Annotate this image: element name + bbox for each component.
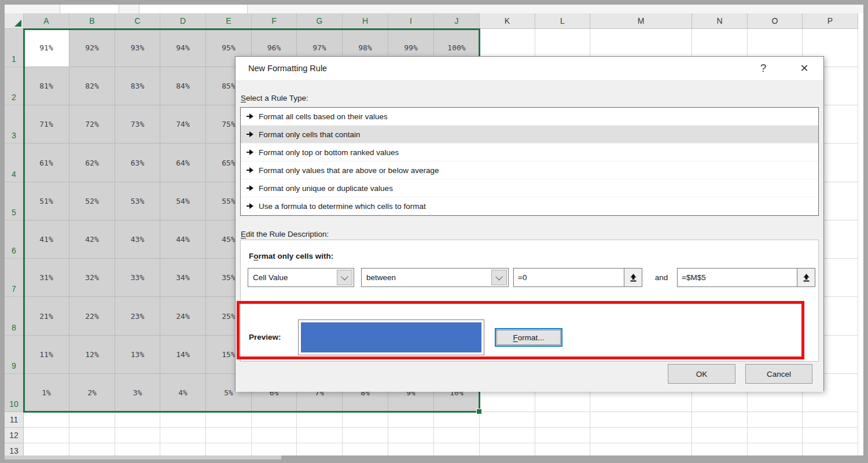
row-header-6[interactable]: 6 <box>5 221 24 259</box>
scrollbar-sliver[interactable] <box>5 455 281 460</box>
cell-N12[interactable] <box>692 428 748 443</box>
column-header-I[interactable]: I <box>388 13 434 29</box>
cell-D6[interactable]: 44% <box>160 221 206 259</box>
chevron-down-icon[interactable] <box>337 270 352 285</box>
column-header-A[interactable]: A <box>24 13 69 29</box>
column-header-J[interactable]: J <box>434 13 480 29</box>
row-header-4[interactable]: 4 <box>5 144 24 182</box>
cell-A2[interactable]: 81% <box>24 67 69 105</box>
row-header-9[interactable]: 9 <box>5 336 24 374</box>
column-header-L[interactable]: L <box>535 13 590 29</box>
cell-B9[interactable]: 12% <box>69 336 115 374</box>
cell-E11[interactable] <box>206 412 252 428</box>
cell-A1[interactable]: 91% <box>24 29 69 67</box>
cell-L12[interactable] <box>535 428 590 443</box>
cell-C4[interactable]: 63% <box>115 144 160 182</box>
rule-type-item-1[interactable]: Format only cells that contain <box>241 126 818 144</box>
cell-B2[interactable]: 82% <box>69 67 115 105</box>
rule-type-item-4[interactable]: Format only unique or duplicate values <box>241 179 818 197</box>
cell-C7[interactable]: 33% <box>115 259 160 297</box>
column-header-H[interactable]: H <box>343 13 388 29</box>
cell-A5[interactable]: 51% <box>24 182 69 221</box>
cell-C10[interactable]: 3% <box>115 374 160 412</box>
cell-C9[interactable]: 13% <box>115 336 160 374</box>
cell-A8[interactable]: 21% <box>24 297 69 336</box>
cell-O12[interactable] <box>748 428 803 443</box>
cell-H13[interactable] <box>343 443 388 455</box>
cell-A10[interactable]: 1% <box>24 374 69 412</box>
cell-C6[interactable]: 43% <box>115 221 160 259</box>
cell-B6[interactable]: 42% <box>69 221 115 259</box>
cell-M12[interactable] <box>590 428 692 443</box>
cell-J11[interactable] <box>434 412 480 428</box>
cell-D12[interactable] <box>160 428 206 443</box>
cell-A12[interactable] <box>24 428 69 443</box>
cell-C1[interactable]: 93% <box>115 29 160 67</box>
column-header-G[interactable]: G <box>297 13 343 29</box>
cell-D4[interactable]: 64% <box>160 144 206 182</box>
cell-F13[interactable] <box>252 443 297 455</box>
cell-I13[interactable] <box>388 443 434 455</box>
cancel-button[interactable]: Cancel <box>745 364 812 384</box>
column-header-M[interactable]: M <box>590 13 692 29</box>
ok-button[interactable]: OK <box>668 364 735 384</box>
cell-C5[interactable]: 53% <box>115 182 160 221</box>
cell-J13[interactable] <box>434 443 480 455</box>
cell-B1[interactable]: 92% <box>69 29 115 67</box>
collapse-dialog-icon[interactable] <box>797 269 815 286</box>
cell-C3[interactable]: 73% <box>115 105 160 144</box>
column-header-C[interactable]: C <box>115 13 160 29</box>
cell-D1[interactable]: 94% <box>160 29 206 67</box>
cell-C13[interactable] <box>115 443 160 455</box>
rule-type-item-0[interactable]: Format all cells based on their values <box>241 108 818 126</box>
cell-L11[interactable] <box>535 412 590 428</box>
cell-P13[interactable] <box>803 443 858 455</box>
cell-A13[interactable] <box>24 443 69 455</box>
cell-D11[interactable] <box>160 412 206 428</box>
chevron-down-icon[interactable] <box>491 270 507 285</box>
cell-D8[interactable]: 24% <box>160 297 206 336</box>
row-header-8[interactable]: 8 <box>5 297 24 336</box>
close-icon[interactable]: ✕ <box>795 57 814 80</box>
cell-G11[interactable] <box>297 412 343 428</box>
cell-C8[interactable]: 23% <box>115 297 160 336</box>
cell-A3[interactable]: 71% <box>24 105 69 144</box>
cell-L13[interactable] <box>535 443 590 455</box>
column-header-N[interactable]: N <box>692 13 748 29</box>
cell-B11[interactable] <box>69 412 115 428</box>
cell-B13[interactable] <box>69 443 115 455</box>
cell-D3[interactable]: 74% <box>160 105 206 144</box>
cell-B10[interactable]: 2% <box>69 374 115 412</box>
cell-M11[interactable] <box>590 412 692 428</box>
cell-K13[interactable] <box>480 443 535 455</box>
column-header-E[interactable]: E <box>206 13 252 29</box>
select-all-button[interactable] <box>5 13 24 29</box>
cell-E12[interactable] <box>206 428 252 443</box>
column-header-D[interactable]: D <box>160 13 206 29</box>
cell-B8[interactable]: 22% <box>69 297 115 336</box>
cell-P12[interactable] <box>803 428 858 443</box>
cell-B7[interactable]: 32% <box>69 259 115 297</box>
cell-D7[interactable]: 34% <box>160 259 206 297</box>
cell-M13[interactable] <box>590 443 692 455</box>
column-header-F[interactable]: F <box>252 13 297 29</box>
rule-type-item-5[interactable]: Use a formula to determine which cells t… <box>241 197 818 215</box>
cell-A4[interactable]: 61% <box>24 144 69 182</box>
cell-I12[interactable] <box>388 428 434 443</box>
row-header-7[interactable]: 7 <box>5 259 24 297</box>
column-header-P[interactable]: P <box>803 13 858 29</box>
row-header-13[interactable]: 13 <box>5 443 24 455</box>
column-header-O[interactable]: O <box>748 13 803 29</box>
row-header-3[interactable]: 3 <box>5 105 24 144</box>
row-header-12[interactable]: 12 <box>5 428 24 443</box>
rule-type-item-3[interactable]: Format only values that are above or bel… <box>241 161 818 179</box>
cell-K11[interactable] <box>480 412 535 428</box>
cell-K12[interactable] <box>480 428 535 443</box>
row-header-5[interactable]: 5 <box>5 182 24 221</box>
cell-O13[interactable] <box>748 443 803 455</box>
column-header-B[interactable]: B <box>69 13 115 29</box>
cell-H11[interactable] <box>343 412 388 428</box>
cell-N13[interactable] <box>692 443 748 455</box>
cell-F12[interactable] <box>252 428 297 443</box>
column-header-K[interactable]: K <box>480 13 535 29</box>
